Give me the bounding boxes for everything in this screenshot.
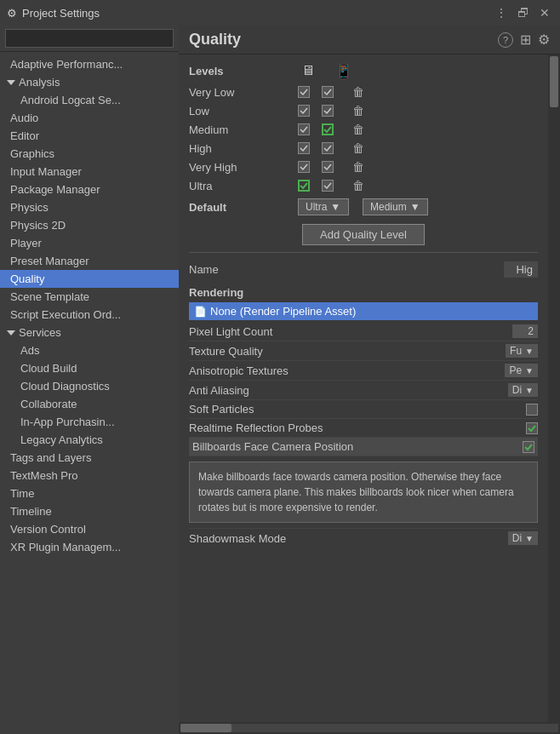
prop-label-pixel-light: Pixel Light Count — [189, 325, 272, 338]
cb-ultra-mobile[interactable] — [322, 180, 334, 192]
delete-high[interactable]: 🗑 — [352, 141, 364, 155]
settings-gear-icon: ⚙ — [7, 7, 17, 20]
sidebar-item-quality[interactable]: Quality — [0, 270, 179, 288]
gear-icon[interactable]: ⚙ — [538, 32, 550, 48]
sidebar-item-player[interactable]: Player — [0, 234, 179, 252]
close-icon[interactable]: ✕ — [536, 4, 553, 21]
delete-very-low[interactable]: 🗑 — [352, 85, 364, 99]
sidebar-item-physics-2d[interactable]: Physics 2D — [0, 216, 179, 234]
sidebar-item-audio[interactable]: Audio — [0, 109, 179, 127]
title-bar-controls: ⋮ 🗗 ✕ — [492, 4, 553, 21]
sidebar-item-physics[interactable]: Physics — [0, 198, 179, 216]
sidebar-item-timeline[interactable]: Timeline — [0, 502, 179, 520]
prop-value-anti-aliasing[interactable]: Di▼ — [508, 383, 538, 397]
layout-icon[interactable]: ⊞ — [520, 32, 531, 48]
sidebar-item-ads[interactable]: Ads — [0, 341, 179, 359]
quality-name-very-high: Very High — [189, 161, 291, 174]
sidebar-item-adaptive[interactable]: Adaptive Performanc... — [0, 55, 179, 73]
scroll-track[interactable] — [548, 54, 560, 722]
sidebar-item-tags-and-layers[interactable]: Tags and Layers — [0, 449, 179, 467]
sidebar-item-scene-template[interactable]: Scene Template — [0, 288, 179, 306]
quality-row-ultra: Ultra 🗑 — [189, 176, 538, 195]
shadowmask-value[interactable]: Di▼ — [508, 531, 538, 545]
cb-very-high-pc[interactable] — [298, 161, 310, 173]
sidebar-item-editor[interactable]: Editor — [0, 127, 179, 145]
restore-icon[interactable]: 🗗 — [514, 4, 533, 21]
search-input[interactable] — [5, 29, 174, 48]
sidebar-item-script-execution[interactable]: Script Execution Ord... — [0, 306, 179, 324]
content-scroll-area: Levels 🖥 📱 Very Low — [179, 54, 560, 722]
sidebar-item-cloud-diagnostics[interactable]: Cloud Diagnostics — [0, 377, 179, 395]
prop-row-anisotropic: Anisotropic Textures Pe▼ — [189, 361, 538, 381]
cb-very-low-mobile[interactable] — [322, 86, 334, 98]
sidebar-item-input-manager[interactable]: Input Manager — [0, 163, 179, 181]
sidebar-item-time[interactable]: Time — [0, 485, 179, 502]
sidebar-section-services[interactable]: Services — [0, 324, 179, 341]
checkboxes-ultra: 🗑 — [298, 179, 364, 192]
cb-soft-particles[interactable] — [526, 404, 538, 416]
quality-row-very-high: Very High 🗑 — [189, 158, 538, 176]
name-prop-label: Name — [189, 263, 219, 276]
cb-low-mobile[interactable] — [322, 105, 334, 117]
h-scroll-track[interactable] — [180, 724, 558, 732]
add-quality-level-button[interactable]: Add Quality Level — [302, 224, 425, 245]
delete-very-high[interactable]: 🗑 — [352, 160, 364, 174]
sidebar-item-textmesh-pro[interactable]: TextMesh Pro — [0, 467, 179, 485]
default-label: Default — [189, 201, 291, 214]
prop-value-pixel-light[interactable]: 2 — [512, 324, 538, 338]
cb-high-pc[interactable] — [298, 142, 310, 154]
tooltip-text: Make billboards face towards camera posi… — [198, 471, 514, 513]
more-icon[interactable]: ⋮ — [492, 4, 511, 21]
vertical-scrollbar[interactable] — [548, 54, 560, 722]
cb-ultra-pc[interactable] — [298, 180, 310, 192]
quality-row-very-low: Very Low 🗑 — [189, 83, 538, 101]
sidebar-item-label-analysis: Analysis — [19, 76, 60, 89]
quality-name-low: Low — [189, 105, 291, 118]
h-scroll-thumb[interactable] — [180, 724, 231, 732]
sidebar-item-legacy-analytics[interactable]: Legacy Analytics — [0, 431, 179, 449]
sidebar-item-version-control[interactable]: Version Control — [0, 520, 179, 538]
sidebar-item-graphics[interactable]: Graphics — [0, 145, 179, 163]
delete-medium[interactable]: 🗑 — [352, 123, 364, 136]
prop-value-texture-quality[interactable]: Fu▼ — [506, 344, 538, 358]
cb-very-low-pc[interactable] — [298, 86, 310, 98]
prop-label-soft-particles: Soft Particles — [189, 403, 254, 416]
prop-row-pixel-light: Pixel Light Count 2 — [189, 322, 538, 341]
content-title: Quality — [189, 31, 241, 49]
quality-row-medium: Medium 🗑 — [189, 120, 538, 139]
prop-label-texture-quality: Texture Quality — [189, 345, 263, 358]
name-prop-value: Hig — [504, 261, 538, 278]
expand-icon-services — [7, 330, 15, 335]
cb-billboards[interactable] — [523, 441, 534, 453]
horizontal-scrollbar[interactable] — [179, 722, 560, 734]
sidebar-section-analysis[interactable]: Analysis — [0, 73, 179, 91]
sidebar-item-xr-plugin[interactable]: XR Plugin Managem... — [0, 538, 179, 556]
prop-row-texture-quality: Texture Quality Fu▼ — [189, 341, 538, 361]
delete-ultra[interactable]: 🗑 — [352, 179, 364, 192]
sidebar-item-preset-manager[interactable]: Preset Manager — [0, 252, 179, 270]
cb-low-pc[interactable] — [298, 105, 310, 117]
sidebar-item-in-app[interactable]: In-App Purchasin... — [0, 413, 179, 431]
prop-label-anisotropic: Anisotropic Textures — [189, 364, 289, 377]
sidebar-item-collaborate[interactable]: Collaborate — [0, 395, 179, 413]
checkboxes-very-high: 🗑 — [298, 160, 364, 174]
render-pipeline-row[interactable]: 📄 None (Render Pipeline Asset) — [189, 302, 538, 320]
default-pc-dropdown[interactable]: Ultra ▼ — [298, 198, 349, 215]
default-mobile-dropdown[interactable]: Medium ▼ — [363, 198, 428, 215]
sidebar-item-package-manager[interactable]: Package Manager — [0, 181, 179, 198]
prop-value-anisotropic[interactable]: Pe▼ — [505, 364, 538, 377]
sidebar-item-android-logcat[interactable]: Android Logcat Se... — [0, 91, 179, 109]
cb-medium-mobile[interactable] — [322, 123, 334, 135]
scroll-thumb[interactable] — [550, 56, 558, 107]
checkboxes-very-low: 🗑 — [298, 85, 364, 99]
cb-high-mobile[interactable] — [322, 142, 334, 154]
cb-realtime-reflection[interactable] — [526, 422, 538, 434]
sidebar-item-cloud-build[interactable]: Cloud Build — [0, 359, 179, 377]
levels-section: Levels 🖥 📱 Very Low — [189, 63, 538, 215]
delete-low[interactable]: 🗑 — [352, 104, 364, 118]
cb-very-high-mobile[interactable] — [322, 161, 334, 173]
quality-name-medium: Medium — [189, 123, 291, 136]
levels-header: Levels 🖥 📱 — [189, 63, 538, 79]
cb-medium-pc[interactable] — [298, 123, 310, 135]
help-icon[interactable]: ? — [498, 32, 513, 48]
